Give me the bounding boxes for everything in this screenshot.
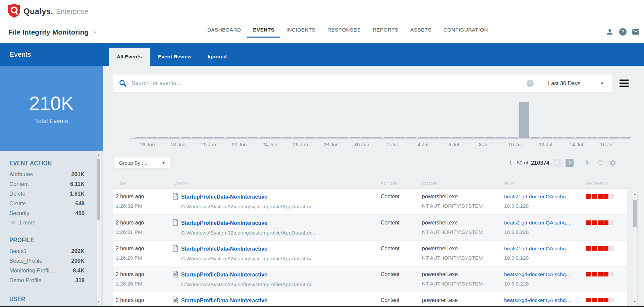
next-page-button[interactable] <box>566 159 574 167</box>
chart-bar[interactable] <box>203 137 213 138</box>
chart-bar[interactable] <box>598 137 608 138</box>
chart-bar[interactable] <box>169 137 179 138</box>
host-link[interactable]: beats2-gd-docker.QA.schq.... <box>504 297 586 304</box>
chart-bar[interactable] <box>451 137 462 138</box>
host-link[interactable]: beats2-gd-docker.QA.schq.... <box>504 245 586 252</box>
scroll-down-icon[interactable]: ▼ <box>633 300 637 303</box>
column-header-time[interactable]: TIME <box>116 181 173 187</box>
chart-bar[interactable] <box>384 137 394 138</box>
nav-item-dashboard[interactable]: DASHBOARD <box>201 27 247 38</box>
scroll-up-icon[interactable]: ▲ <box>633 192 637 195</box>
chart-bar[interactable] <box>214 137 224 138</box>
nav-item-reports[interactable]: REPORTS <box>367 27 404 38</box>
facet-more-link[interactable]: 1 more <box>11 220 103 226</box>
table-row[interactable]: 2 hours ago1:26:31 PMStartupProfileData-… <box>113 214 627 240</box>
chart-bar[interactable] <box>282 137 292 138</box>
prev-page-button[interactable] <box>553 159 561 167</box>
chart-bar[interactable] <box>553 137 563 138</box>
tab-event-review[interactable]: Event Review <box>150 48 200 66</box>
tab-all-events[interactable]: All Events <box>109 48 150 66</box>
target-link[interactable]: StartupProfileData-NonInteractive <box>181 245 267 253</box>
chart-bar[interactable] <box>350 137 360 138</box>
chart-bar[interactable] <box>260 137 270 138</box>
chart-bar[interactable] <box>158 137 168 138</box>
chart-bar[interactable] <box>327 137 337 138</box>
chart-bar[interactable] <box>226 137 236 138</box>
chart-bar[interactable] <box>271 137 281 138</box>
scrollbar-thumb[interactable] <box>97 159 100 220</box>
chart-bar[interactable] <box>508 137 518 138</box>
facet-item-create[interactable]: Create649 <box>9 200 85 207</box>
events-timeline-chart[interactable]: 16 Jun18 Jun20 Jun22 Jun24 Jun26 Jun28 J… <box>131 99 627 148</box>
table-row[interactable]: 2 hours ago1:26:29 PMStartupProfileData-… <box>113 240 627 266</box>
refresh-icon[interactable] <box>596 159 604 166</box>
chart-bar[interactable] <box>485 137 495 138</box>
column-header-action[interactable]: ACTION <box>381 181 422 187</box>
nav-item-events[interactable]: EVENTS <box>247 27 280 38</box>
group-by-dropdown[interactable]: Group By : ... ▼ <box>114 157 170 168</box>
chart-bar[interactable] <box>192 137 202 138</box>
chart-bar[interactable] <box>564 137 574 138</box>
menu-icon[interactable] <box>620 80 629 87</box>
download-icon[interactable] <box>584 159 591 166</box>
host-link[interactable]: beats2-gd-docker.QA.schq.... <box>504 193 586 200</box>
settings-gear-icon[interactable] <box>609 159 616 166</box>
chart-bar[interactable] <box>406 137 416 138</box>
facet-item-beats-profile[interactable]: Beats_Profile200K <box>9 258 85 264</box>
table-scrollbar[interactable]: ▲ ▼ <box>633 190 638 307</box>
facet-item-security[interactable]: Security455 <box>9 210 85 216</box>
chart-bar[interactable] <box>576 137 586 138</box>
target-link[interactable]: StartupProfileData-NonInteractive <box>181 271 267 278</box>
chart-bar[interactable] <box>372 137 382 138</box>
chart-bar[interactable] <box>395 137 405 138</box>
time-range-dropdown[interactable]: Last 30 Days ▼ <box>539 74 612 92</box>
help-icon[interactable]: ? <box>619 28 627 36</box>
target-link[interactable]: StartupProfileData-NonInteractive <box>181 219 267 227</box>
facet-item-monitoring-profil-[interactable]: Monitoring Profil...8.4K <box>9 267 85 274</box>
chart-bar[interactable] <box>496 137 506 138</box>
chart-bar[interactable] <box>519 102 529 138</box>
column-header-host[interactable]: HOST <box>504 181 586 187</box>
scrollbar-thumb[interactable] <box>633 200 637 227</box>
facet-item-attributes[interactable]: Attributes201K <box>9 171 85 177</box>
chart-bar[interactable] <box>587 137 597 138</box>
sidebar-scrollbar[interactable]: ▲ ▼ <box>96 151 101 307</box>
tab-ignored[interactable]: Ignored <box>200 48 235 66</box>
scroll-up-icon[interactable]: ▲ <box>97 153 101 156</box>
chart-bar[interactable] <box>181 137 191 138</box>
host-link[interactable]: beats2-gd-docker.QA.schq.... <box>504 219 586 226</box>
chart-bar[interactable] <box>361 137 371 138</box>
app-switcher[interactable]: File Integrity Monitoring ▼ <box>8 28 97 36</box>
column-header-actor[interactable]: ACTOR <box>422 181 504 187</box>
nav-item-incidents[interactable]: INCIDENTS <box>280 27 321 38</box>
nav-item-assets[interactable]: ASSETS <box>405 27 438 38</box>
nav-item-configuration[interactable]: CONFIGURATION <box>437 27 494 38</box>
facet-item-delete[interactable]: Delete1.81K <box>9 191 85 197</box>
nav-item-responses[interactable]: RESPONSES <box>321 27 367 38</box>
chart-bar[interactable] <box>305 137 315 138</box>
table-row[interactable]: 2 hours agoStartupProfileData-NonInterac… <box>113 292 627 307</box>
scroll-down-icon[interactable]: ▼ <box>97 300 101 303</box>
table-row[interactable]: 2 hours ago1:26:26 PMStartupProfileData-… <box>113 266 627 292</box>
chart-bar[interactable] <box>147 137 157 138</box>
user-icon[interactable] <box>605 28 614 36</box>
chart-bar[interactable] <box>237 137 247 138</box>
chart-bar[interactable] <box>474 137 484 138</box>
chart-bar[interactable] <box>530 137 540 138</box>
chart-bar[interactable] <box>609 137 620 138</box>
chart-bar[interactable] <box>316 137 326 138</box>
chart-bar[interactable] <box>429 137 439 138</box>
chart-bar[interactable] <box>440 137 450 138</box>
chart-bar[interactable] <box>463 137 473 138</box>
host-link[interactable]: beats2-gd-docker.QA.schq.... <box>504 271 586 278</box>
search-input[interactable] <box>131 80 527 87</box>
chart-bar[interactable] <box>338 137 348 138</box>
chart-bar[interactable] <box>621 137 631 138</box>
chart-bar[interactable] <box>248 137 258 138</box>
column-header-target[interactable]: TARGET <box>173 181 381 187</box>
facet-item-content[interactable]: Content6.11K <box>9 181 85 187</box>
table-row[interactable]: 2 hours ago1:26:32 PMStartupProfileData-… <box>113 189 627 214</box>
target-link[interactable]: StartupProfileData-NonInteractive <box>181 297 267 304</box>
chart-bar[interactable] <box>542 137 552 138</box>
chart-bar[interactable] <box>293 137 304 138</box>
